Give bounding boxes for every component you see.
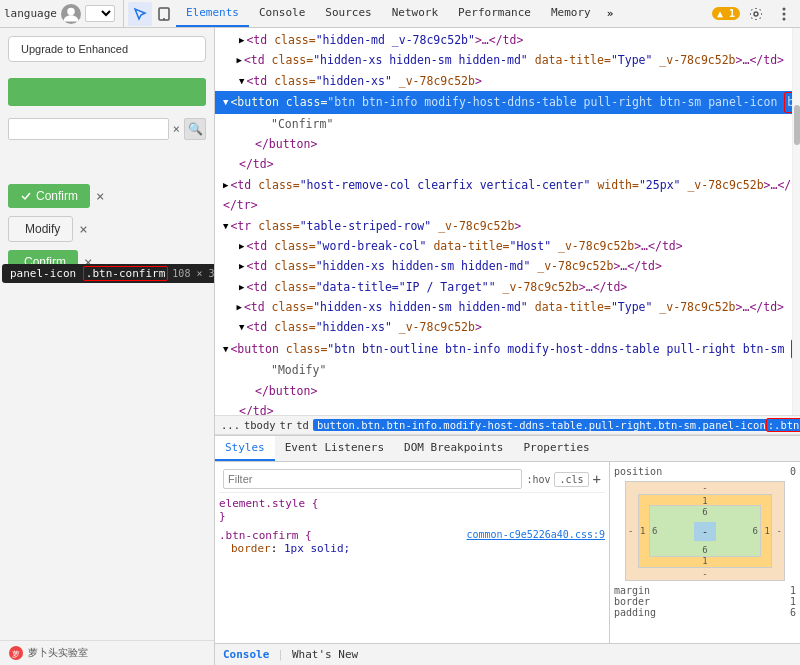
breadcrumb-active-button[interactable]: button.btn.btn-info.modify-host-ddns-tab… [313, 419, 800, 431]
dom-line[interactable]: ▶ <td class="hidden-xs hidden-sm hidden-… [215, 256, 792, 276]
confirm-button-area: Confirm × [8, 184, 206, 208]
tab-network[interactable]: Network [382, 0, 448, 27]
search-row: × 🔍 [8, 118, 206, 140]
settings-icon-btn[interactable] [744, 2, 768, 26]
dom-line[interactable]: "Modify" [215, 360, 792, 380]
css-link[interactable]: common-c9e5226a40.css:9 [467, 529, 605, 542]
dom-line[interactable]: ▼ <button class="btn btn-outline btn-inf… [215, 338, 792, 360]
modify-btn[interactable]: Modify [8, 216, 73, 242]
dom-line[interactable]: ▼ <tr class="table-striped-row" _v-78c9c… [215, 216, 792, 236]
search-input[interactable] [8, 118, 169, 140]
tooltip-size: 108 × 33 [172, 268, 215, 279]
footer-text: 萝卜头实验室 [28, 646, 88, 660]
tab-more[interactable]: » [601, 0, 620, 27]
triangle-icon[interactable]: ▼ [223, 219, 228, 233]
device-icon-btn[interactable] [152, 2, 176, 26]
svg-rect-1 [159, 8, 169, 20]
border-bottom-label: 1 [702, 556, 707, 566]
account-icon[interactable] [61, 4, 81, 24]
console-tab[interactable]: Console [223, 648, 269, 661]
language-label: language [4, 7, 57, 20]
search-btn[interactable]: 🔍 [184, 118, 206, 140]
padding-top-label: 6 [702, 507, 707, 517]
breadcrumb-tr[interactable]: tr [280, 419, 293, 431]
confirm-close-icon[interactable]: × [96, 188, 104, 204]
triangle-icon[interactable]: ▼ [223, 95, 228, 109]
tab-sources[interactable]: Sources [315, 0, 381, 27]
language-select[interactable] [85, 5, 115, 22]
filter-row: :hov .cls + [219, 466, 605, 493]
svg-point-5 [783, 12, 786, 15]
dom-line[interactable]: </button> [215, 381, 792, 401]
breadcrumb-ellipsis[interactable]: ... [221, 419, 240, 431]
tab-elements[interactable]: Elements [176, 0, 249, 27]
border-box: 1 1 1 1 6 6 6 6 - [638, 494, 772, 568]
tab-dom-breakpoints[interactable]: DOM Breakpoints [394, 436, 513, 461]
tab-performance[interactable]: Performance [448, 0, 541, 27]
box-model-labels: margin 1 border 1 padding 6 [614, 585, 796, 618]
dom-line[interactable]: ▼ <td class="hidden-xs" _v-78c9c52b > [215, 71, 792, 91]
dom-line[interactable]: </td> [215, 154, 792, 174]
triangle-icon[interactable]: ▶ [236, 53, 241, 67]
margin-top-label: - [702, 483, 707, 493]
triangle-icon[interactable]: ▶ [239, 33, 244, 47]
filter-input[interactable] [223, 469, 522, 489]
btn-confirm-highlight: btn-confirm [784, 92, 792, 112]
filter-hov-btn[interactable]: :hov [526, 474, 550, 485]
tab-console[interactable]: Console [249, 0, 315, 27]
dom-line-selected[interactable]: ▼ <button class="btn btn-info modify-hos… [215, 91, 792, 113]
bottom-panel: Styles Event Listeners DOM Breakpoints P… [215, 435, 800, 665]
triangle-icon[interactable]: ▶ [239, 280, 244, 294]
dom-line[interactable]: ▶ <td class="word-break-col" data-title=… [215, 236, 792, 256]
tab-styles[interactable]: Styles [215, 436, 275, 461]
inspect-icon-btn[interactable] [128, 2, 152, 26]
upgrade-btn[interactable]: Upgrade to Enhanced [8, 36, 206, 62]
padding-right-label: 6 [753, 526, 758, 536]
footer-logo-icon: 萝 [8, 645, 24, 661]
left-panel: Upgrade to Enhanced × 🔍 panel-icon .btn-… [0, 28, 215, 665]
whats-new-tab[interactable]: What's New [292, 648, 358, 661]
styles-right: position 0 - - - - 1 [610, 462, 800, 643]
breadcrumb-td[interactable]: td [296, 419, 309, 431]
position-label: position 0 [614, 466, 796, 477]
triangle-icon[interactable]: ▼ [223, 342, 228, 356]
triangle-icon[interactable]: ▶ [236, 300, 241, 314]
dom-line[interactable]: ▶ <td class="hidden-md _v-78c9c52b" >…</… [215, 30, 792, 50]
scroll-track[interactable] [792, 28, 800, 415]
dom-line[interactable]: "Confirm" [215, 114, 792, 134]
breadcrumb-tbody[interactable]: tbody [244, 419, 276, 431]
filter-cls-btn[interactable]: .cls [554, 472, 588, 487]
tab-properties[interactable]: Properties [513, 436, 599, 461]
elements-view[interactable]: ▶ <td class="hidden-md _v-78c9c52b" >…</… [215, 28, 792, 415]
padding-bottom-label: 6 [702, 545, 707, 555]
dom-line[interactable]: ▶ <td class="data-title="IP / Target"" _… [215, 277, 792, 297]
more-icon-btn[interactable] [772, 2, 796, 26]
triangle-icon[interactable]: ▼ [239, 320, 244, 334]
tab-event-listeners[interactable]: Event Listeners [275, 436, 394, 461]
dom-line[interactable]: ▶ <td class="hidden-xs hidden-sm hidden-… [215, 297, 792, 317]
tab-memory[interactable]: Memory [541, 0, 601, 27]
svg-point-0 [67, 7, 75, 15]
triangle-icon[interactable]: ▶ [239, 259, 244, 273]
scroll-thumb[interactable] [794, 105, 800, 145]
confirm-green-btn[interactable]: Confirm [8, 184, 90, 208]
left-footer: 萝 萝卜头实验室 [0, 640, 214, 665]
green-bar-1 [8, 78, 206, 106]
dom-line[interactable]: ▶ <td class="host-remove-col clearfix ve… [215, 175, 792, 195]
breadcrumb-highlight: :.btn-confirm [766, 418, 800, 432]
dom-line[interactable]: </td> [215, 401, 792, 415]
triangle-icon[interactable]: ▶ [223, 178, 228, 192]
search-clear-icon[interactable]: × [173, 122, 180, 136]
confirm-btn-label: Confirm [36, 189, 78, 203]
toolbar-left: language [4, 0, 124, 27]
margin-box: - - - - 1 1 1 1 [625, 481, 785, 581]
triangle-icon[interactable]: ▶ [239, 239, 244, 253]
triangle-icon[interactable]: ▼ [239, 74, 244, 88]
modify-close-icon[interactable]: × [79, 221, 87, 237]
dom-line[interactable]: </button> [215, 134, 792, 154]
filter-plus-btn[interactable]: + [593, 471, 601, 487]
dom-line[interactable]: </tr> [215, 195, 792, 215]
dom-line[interactable]: ▶ <td class="hidden-xs hidden-sm hidden-… [215, 50, 792, 70]
dom-line[interactable]: ▼ <td class="hidden-xs" _v-78c9c52b > [215, 317, 792, 337]
left-button-area [0, 70, 214, 114]
